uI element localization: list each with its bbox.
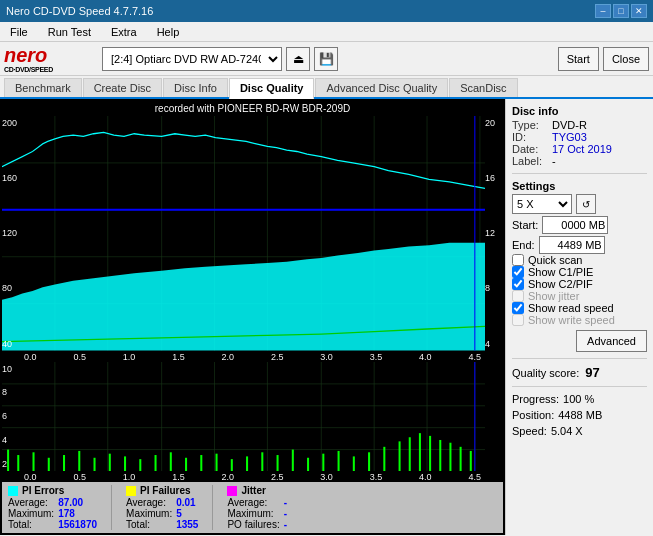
- logo-nero: nero: [4, 44, 47, 66]
- max-label-j: Maximum:: [227, 508, 279, 519]
- svg-rect-54: [353, 456, 355, 471]
- chart-title: recorded with PIONEER BD-RW BDR-209D: [2, 101, 503, 116]
- disc-info-title: Disc info: [512, 105, 647, 117]
- maximize-button[interactable]: □: [613, 4, 629, 18]
- lx-3.5: 3.5: [370, 472, 383, 482]
- x-0.5: 0.5: [73, 352, 86, 362]
- avg-value-pie: 87.00: [58, 497, 97, 508]
- show-jitter-row: Show jitter: [512, 290, 647, 302]
- upper-chart-container: 20 16 12 8 4 200 160 120 80 40: [2, 116, 503, 351]
- app-title: Nero CD-DVD Speed 4.7.7.16: [6, 5, 595, 17]
- position-row: Position: 4488 MB: [512, 409, 647, 421]
- tab-scandisc[interactable]: ScanDisc: [449, 78, 517, 97]
- speed-result-label: Speed:: [512, 425, 547, 437]
- right-panel: Disc info Type: DVD-R ID: TYG03 Date: 17…: [505, 99, 653, 535]
- svg-rect-58: [409, 437, 411, 471]
- x-2.0: 2.0: [222, 352, 235, 362]
- legend-pi-failures: PI Failures Average: 0.01 Maximum: 5 Tot…: [126, 485, 198, 530]
- tab-create-disc[interactable]: Create Disc: [83, 78, 162, 97]
- upper-x-labels: 0.0 0.5 1.0 1.5 2.0 2.5 3.0 3.5 4.0 4.5: [2, 352, 503, 362]
- toolbar: nero CD·DVD/SPEED [2:4] Optiarc DVD RW A…: [0, 42, 653, 76]
- divider2: [512, 358, 647, 359]
- menu-run-test[interactable]: Run Test: [42, 24, 97, 40]
- main-content: recorded with PIONEER BD-RW BDR-209D: [0, 99, 653, 535]
- save-icon[interactable]: 💾: [314, 47, 338, 71]
- y-label-20: 20: [485, 118, 503, 128]
- close-button-toolbar[interactable]: Close: [603, 47, 649, 71]
- end-input[interactable]: [539, 236, 605, 254]
- start-button[interactable]: Start: [558, 47, 599, 71]
- disc-id-value: TYG03: [552, 131, 587, 143]
- svg-rect-53: [338, 450, 340, 471]
- drive-selector[interactable]: [2:4] Optiarc DVD RW AD-7240S 1.04: [102, 47, 282, 71]
- upper-chart-y-left: 200 160 120 80 40: [2, 116, 24, 351]
- lx-1.0: 1.0: [123, 472, 136, 482]
- disc-info-section: Disc info Type: DVD-R ID: TYG03 Date: 17…: [512, 105, 647, 167]
- lx-1.5: 1.5: [172, 472, 185, 482]
- progress-row: Progress: 100 %: [512, 393, 647, 405]
- disc-label-label: Label:: [512, 155, 548, 167]
- start-label: Start:: [512, 219, 538, 231]
- speed-selector[interactable]: 5 X: [512, 194, 572, 214]
- close-button[interactable]: ✕: [631, 4, 647, 18]
- max-label-pif: Maximum:: [126, 508, 172, 519]
- svg-rect-60: [429, 435, 431, 471]
- lx-4.0: 4.0: [419, 472, 432, 482]
- svg-rect-52: [322, 453, 324, 471]
- show-c2pif-row: Show C2/PIF: [512, 278, 647, 290]
- y-label-120: 120: [2, 228, 24, 238]
- svg-rect-40: [139, 459, 141, 471]
- tabs: Benchmark Create Disc Disc Info Disc Qua…: [0, 76, 653, 99]
- advanced-button[interactable]: Advanced: [576, 330, 647, 352]
- pi-failures-label: PI Failures: [140, 485, 191, 496]
- minimize-button[interactable]: –: [595, 4, 611, 18]
- lower-chart-container: 10 8 6 4 2: [2, 362, 503, 471]
- eject-icon[interactable]: ⏏: [286, 47, 310, 71]
- show-c1pie-checkbox[interactable]: [512, 266, 524, 278]
- show-write-speed-checkbox[interactable]: [512, 314, 524, 326]
- x-4.5: 4.5: [468, 352, 481, 362]
- tab-disc-info[interactable]: Disc Info: [163, 78, 228, 97]
- show-jitter-checkbox[interactable]: [512, 290, 524, 302]
- disc-type-value: DVD-R: [552, 119, 587, 131]
- show-read-speed-checkbox[interactable]: [512, 302, 524, 314]
- show-c2pif-checkbox[interactable]: [512, 278, 524, 290]
- max-value-j: -: [284, 508, 287, 519]
- disc-type-label: Type:: [512, 119, 548, 131]
- tab-disc-quality[interactable]: Disc Quality: [229, 78, 315, 99]
- pi-errors-color: [8, 486, 18, 496]
- logo-subtitle: CD·DVD/SPEED: [4, 66, 53, 73]
- legend-pi-errors: PI Errors Average: 87.00 Maximum: 178 To…: [8, 485, 97, 530]
- disc-label-row: Label: -: [512, 155, 647, 167]
- disc-date-value: 17 Oct 2019: [552, 143, 612, 155]
- svg-rect-63: [460, 446, 462, 471]
- y-label-8: 8: [2, 387, 24, 397]
- menu-help[interactable]: Help: [151, 24, 186, 40]
- refresh-icon[interactable]: ↺: [576, 194, 596, 214]
- disc-type-row: Type: DVD-R: [512, 119, 647, 131]
- speed-row: 5 X ↺: [512, 194, 647, 214]
- tab-advanced-disc-quality[interactable]: Advanced Disc Quality: [315, 78, 448, 97]
- svg-rect-42: [170, 452, 172, 471]
- y-label-200: 200: [2, 118, 24, 128]
- quick-scan-checkbox[interactable]: [512, 254, 524, 266]
- pi-errors-label: PI Errors: [22, 485, 64, 496]
- tab-benchmark[interactable]: Benchmark: [4, 78, 82, 97]
- avg-value-pif: 0.01: [176, 497, 198, 508]
- lower-chart-y-right: [485, 362, 503, 471]
- y-label-4: 4: [2, 435, 24, 445]
- jitter-color: [227, 486, 237, 496]
- jitter-label: Jitter: [241, 485, 265, 496]
- position-value: 4488 MB: [558, 409, 602, 421]
- x-1.5: 1.5: [172, 352, 185, 362]
- menu-extra[interactable]: Extra: [105, 24, 143, 40]
- menu-file[interactable]: File: [4, 24, 34, 40]
- show-c2pif-label: Show C2/PIF: [528, 278, 593, 290]
- x-4.0: 4.0: [419, 352, 432, 362]
- y-label-40: 40: [2, 339, 24, 349]
- y-label-4: 4: [485, 339, 503, 349]
- y-label-12: 12: [485, 228, 503, 238]
- svg-rect-44: [200, 455, 202, 471]
- lower-chart-svg: [2, 362, 485, 471]
- start-input[interactable]: [542, 216, 608, 234]
